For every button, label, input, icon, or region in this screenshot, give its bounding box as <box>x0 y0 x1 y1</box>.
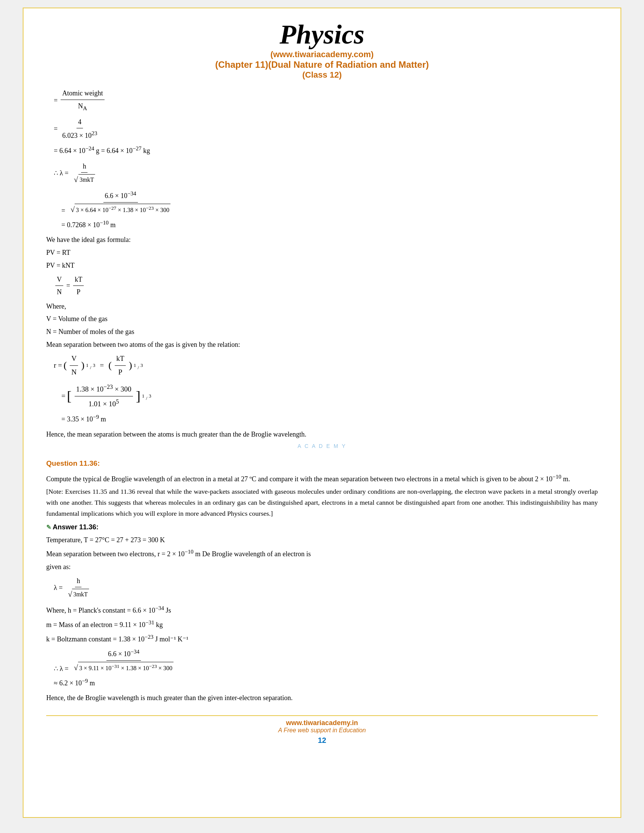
conclusion1: Hence, the mean separation between the a… <box>46 429 598 441</box>
where-label: Where, <box>46 301 598 312</box>
footer: www.tiwariacademy.in A Free web support … <box>46 715 598 745</box>
question-header: Question 11.36: <box>46 457 598 470</box>
sqrt-3mkt: √3mkT <box>74 173 95 186</box>
lambda-calc-line: = 6.6 × 10−34 √3 × 6.64 × 10−27 × 1.38 ×… <box>61 188 598 217</box>
chapter-title: (Chapter 11)(Dual Nature of Radiation an… <box>46 60 598 70</box>
note-text: [Note: Exercises 11.35 and 11.36 reveal … <box>46 486 598 519</box>
sqrt-3mkt-a: √3mkT <box>68 588 89 600</box>
class-title: (Class 12) <box>46 70 598 80</box>
lambda-fraction: h √3mkT <box>72 161 97 186</box>
result3-line: ≈ 6.2 × 10−9 m <box>54 676 598 689</box>
pv-knt: PV = kNT <box>46 260 598 272</box>
result1-line: = 0.7268 × 10−10 m <box>61 218 598 231</box>
academy-stamp: A C A D E M Y <box>46 442 598 451</box>
page-title: Physics <box>46 20 598 50</box>
atomic-weight-fraction: Atomic weight NA <box>61 87 104 113</box>
lambda-calc-a-line: ∴ λ = 6.6 × 10−34 √3 × 9.11 × 10−31 × 1.… <box>54 646 598 675</box>
lambda-calc-a-fraction: 6.6 × 10−34 √3 × 9.11 × 10−31 × 1.38 × 1… <box>72 647 176 674</box>
where2-line: Where, h = Planck's constant = 6.6 × 10−… <box>46 603 598 616</box>
lambda-a-fraction: h √3mkT <box>66 575 91 601</box>
n-def: N = Number of moles of the gas <box>46 326 598 338</box>
vn-ktp-line: V N = kT P <box>54 273 598 299</box>
mass-line: m = Mass of an electron = 9.11 × 10−31 k… <box>46 618 598 631</box>
footer-tagline: A Free web support in Education <box>46 727 598 734</box>
equals-sign: = <box>54 95 58 106</box>
website-link: (www.tiwariacademy.com) <box>46 50 598 60</box>
lambda-a-line: λ = h √3mkT <box>54 574 598 601</box>
page: Physics (www.tiwariacademy.com) (Chapter… <box>23 8 621 818</box>
r-equation-line: r = ( V N ) 1 / 3 = ( kT P ) 1 / 3 <box>54 352 598 379</box>
content-area: = Atomic weight NA = 4 6.023 × 1023 = 6.… <box>46 87 598 704</box>
mean-sep-text: Mean separation between two atoms of the… <box>46 339 598 351</box>
r-result-line: = 3.35 × 10−9 m <box>61 412 598 425</box>
mean-sep-line: Mean separation between two electrons, r… <box>46 547 598 560</box>
footer-website: www.tiwariacademy.in <box>46 719 598 727</box>
lambda-calc-fraction: 6.6 × 10−34 √3 × 6.64 × 10−27 × 1.38 × 1… <box>68 189 173 216</box>
given-as: given as: <box>46 561 598 573</box>
atomic-weight-line: = Atomic weight NA <box>54 87 598 114</box>
temp-line: Temperature, T = 27°C = 27 + 273 = 300 K <box>46 535 598 546</box>
fraction-4: 4 6.023 × 1023 <box>61 116 99 142</box>
lambda-formula-line: ∴ λ = h √3mkT <box>54 160 598 187</box>
question-text: Compute the typical de Broglie wavelengt… <box>46 472 598 485</box>
fraction-4-line: = 4 6.023 × 1023 <box>54 116 598 142</box>
page-number: 12 <box>46 736 598 745</box>
r-calc-line: = [ 1.38 × 10−23 × 300 1.01 × 105 ] 1 / … <box>61 381 598 411</box>
boltz-line: k = Boltzmann constant = 1.38 × 10−23 J … <box>46 632 598 645</box>
v-def: V = Volume of the gas <box>46 314 598 325</box>
mass-result-line: = 6.64 × 10−24 g = 6.64 × 10−27 kg <box>54 144 598 157</box>
conclusion1-area: Hence, the mean separation between the a… <box>46 429 598 441</box>
pv-rt: PV = RT <box>46 247 598 259</box>
conclusion2: Hence, the de Broglie wavelength is much… <box>46 693 598 704</box>
answer-icon: ✎ <box>46 522 51 532</box>
ideal-gas-label: We have the ideal gas formula: <box>46 234 598 246</box>
answer-header: ✎ Answer 11.36: <box>46 521 598 533</box>
header: Physics (www.tiwariacademy.com) (Chapter… <box>46 20 598 80</box>
